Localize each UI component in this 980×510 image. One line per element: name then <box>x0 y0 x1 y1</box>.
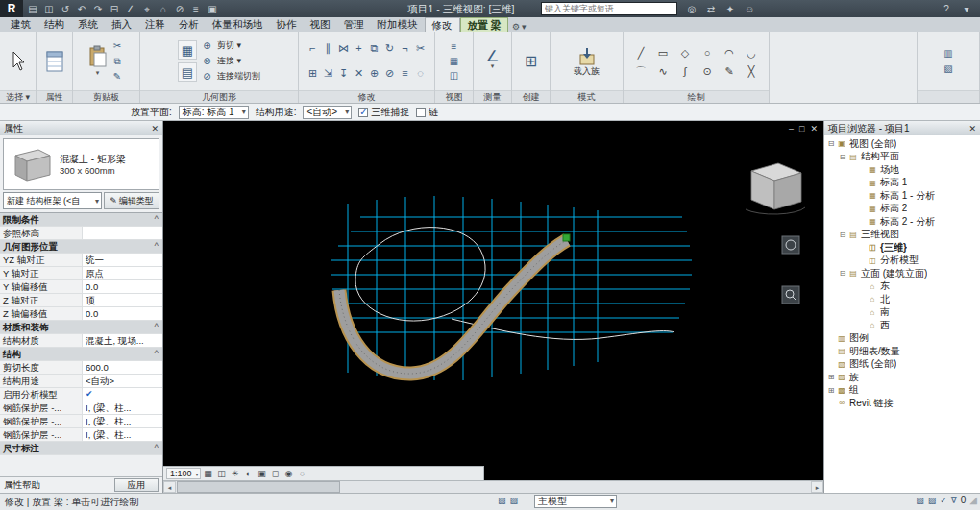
property-row[interactable]: 尺寸标注 <box>0 442 162 455</box>
property-value[interactable]: <自动> <box>83 375 162 387</box>
filter-icon[interactable]: ∇ <box>951 496 957 505</box>
more-tools-icon[interactable]: ◌ <box>413 61 429 86</box>
view-panel-label[interactable]: 视图 <box>435 90 473 103</box>
rectangle-tool-icon[interactable]: ▭ <box>652 43 674 61</box>
browser-tree-item[interactable]: ◫ 分析模型 <box>824 255 980 268</box>
cut-icon[interactable]: ✂ <box>110 39 125 53</box>
property-value[interactable]: ✔ <box>83 388 162 401</box>
property-row[interactable]: 参照标高 <box>0 227 162 240</box>
property-row[interactable]: 材质和装饰 <box>0 321 162 334</box>
create-panel-label[interactable]: 创建 <box>512 90 550 103</box>
placement-plane-select[interactable]: 标高: 标高 1 <box>179 106 249 119</box>
pick-line-icon[interactable]: ✎ <box>719 61 741 80</box>
browser-tree-item[interactable]: ⌂ 西 <box>824 319 980 332</box>
property-row[interactable]: 几何图形位置 <box>0 240 162 254</box>
rotate-icon[interactable]: ↻ <box>382 36 398 61</box>
search-input[interactable] <box>541 2 677 15</box>
arc-start-end-icon[interactable]: ◠ <box>719 43 741 61</box>
browser-tree-item[interactable]: ⊞ ▨ 族 <box>824 371 980 384</box>
modify-select-button[interactable] <box>11 51 26 72</box>
tree-expand-icon[interactable]: ⊟ <box>838 269 847 278</box>
save-icon[interactable]: ◫ <box>41 2 57 16</box>
property-row[interactable]: Z 轴偏移值 0.0 <box>0 307 162 321</box>
beam-cope[interactable]: ⊘ 连接端切割 <box>200 70 260 84</box>
viewcube[interactable] <box>746 163 805 214</box>
browser-tree-item[interactable]: ▤ 明细表/数量 <box>824 345 980 358</box>
contextual-tab-place-beam[interactable]: 放置 梁 <box>460 17 508 32</box>
view-restore-icon[interactable]: □ <box>799 124 804 134</box>
ribbon-tab[interactable]: 修改 <box>425 17 460 32</box>
extra-tool-2-icon[interactable]: ▧ <box>942 62 956 76</box>
align-icon[interactable]: ⌐ <box>306 36 321 61</box>
help-button[interactable]: ? <box>939 2 954 16</box>
open-icon[interactable]: ▤ <box>25 2 40 16</box>
structural-usage-select[interactable]: <自动> <box>303 106 352 119</box>
edit-type-button[interactable]: ✎ 编辑类型 <box>104 192 159 209</box>
property-row[interactable]: 结构用途 <自动> <box>0 375 162 388</box>
property-value[interactable]: 600.0 <box>83 361 162 374</box>
properties-button[interactable] <box>46 51 63 72</box>
property-row[interactable]: 钢筋保护层 -... I, (梁、柱... <box>0 428 162 442</box>
ribbon-collapse-caret-icon[interactable]: ▾ <box>522 22 527 32</box>
browser-tree-item[interactable]: ▦ 标高 2 - 分析 <box>824 215 980 229</box>
tangent-arc-icon[interactable]: ⌒ <box>630 61 652 80</box>
property-row[interactable]: 钢筋保护层 -... I, (梁、柱... <box>0 415 162 428</box>
join-geometry[interactable]: ⊗ 连接 ▾ <box>200 55 260 68</box>
unjoin-icon[interactable]: ⊘ <box>382 61 398 86</box>
extra-tool-1-icon[interactable]: ▥ <box>942 47 956 61</box>
view-minimize-icon[interactable]: – <box>789 124 794 134</box>
split-icon[interactable]: ✂ <box>413 36 429 61</box>
browser-tree-item[interactable]: ▧ 图纸 (全部) <box>824 358 980 372</box>
line-tool-icon[interactable]: ╱ <box>630 43 652 61</box>
polygon-tool-icon[interactable]: ◇ <box>674 43 697 61</box>
exchange-apps-icon[interactable]: ⇄ <box>703 2 719 16</box>
trim-icon[interactable]: ¬ <box>398 36 413 61</box>
show-crop-icon[interactable]: ◻ <box>269 468 282 480</box>
design-options-status-icon[interactable]: ▨ <box>928 496 937 505</box>
properties-close-icon[interactable]: ✕ <box>151 124 159 134</box>
crop-view-icon[interactable]: ▣ <box>256 468 269 480</box>
ribbon-tab[interactable]: 结构 <box>37 17 71 32</box>
clipboard-panel-label[interactable]: 剪贴板 <box>73 90 139 103</box>
property-row[interactable]: Y 轴偏移值 0.0 <box>0 280 162 294</box>
navigation-bar[interactable] <box>782 236 799 304</box>
scale-icon[interactable]: ⇲ <box>321 61 336 86</box>
cut-geometry-big-icon[interactable]: ▦ <box>178 40 197 60</box>
load-family-button[interactable]: 载入族 <box>569 47 605 76</box>
property-value[interactable]: 混凝土, 现场... <box>83 334 162 347</box>
visibility-icon[interactable]: ▦ <box>447 55 461 68</box>
thin-lines-icon[interactable]: ≡ <box>447 40 461 54</box>
paste-button[interactable]: ▾ <box>88 45 108 78</box>
section-icon[interactable]: ⊘ <box>172 2 187 16</box>
lock-position-icon[interactable]: ◌ <box>296 468 309 480</box>
property-value[interactable]: 顶 <box>83 294 162 306</box>
spline-tool-icon[interactable]: ∫ <box>674 61 697 80</box>
gear-icon[interactable]: ⚙ <box>512 22 520 32</box>
mirror-icon[interactable]: ⋈ <box>336 36 352 61</box>
browser-tree-item[interactable]: ▦ 标高 1 <box>824 177 980 190</box>
project-browser-header[interactable]: 项目浏览器 - 项目1 ✕ <box>824 121 980 135</box>
scroll-left-icon[interactable]: ◂ <box>163 481 176 493</box>
print-icon[interactable]: ⊟ <box>107 2 122 16</box>
thin-lines-icon[interactable]: ≡ <box>188 2 204 16</box>
communication-center-icon[interactable]: ✦ <box>723 2 738 16</box>
browser-tree-item[interactable]: ⊟ ▣ 视图 (全部) <box>824 137 980 151</box>
visual-style-icon[interactable]: ◫ <box>215 468 229 480</box>
property-value[interactable]: 0.0 <box>83 307 162 320</box>
ribbon-tab[interactable]: 管理 <box>337 17 371 32</box>
browser-tree-item[interactable]: ▦ 标高 1 - 分析 <box>824 189 980 203</box>
detail-level-icon[interactable]: ▦ <box>202 468 215 480</box>
measure-panel-label[interactable]: 测量 <box>474 90 511 103</box>
ribbon-tab[interactable]: 体量和场地 <box>206 17 270 32</box>
sync-icon[interactable]: ↺ <box>58 2 73 16</box>
join-icon[interactable]: ⊕ <box>367 61 382 86</box>
property-row[interactable]: 结构 <box>0 348 162 361</box>
scrollbar-thumb[interactable] <box>177 481 340 493</box>
property-value[interactable] <box>83 227 162 239</box>
arc-center-ends-icon[interactable]: ◡ <box>741 43 763 61</box>
properties-help-link[interactable]: 属性帮助 <box>4 479 40 492</box>
property-value[interactable]: 原点 <box>83 267 162 279</box>
view-close-icon[interactable]: ✕ <box>810 124 818 134</box>
draw-panel-label[interactable]: 绘制 <box>624 90 769 103</box>
ribbon-tab[interactable]: 分析 <box>172 17 206 32</box>
